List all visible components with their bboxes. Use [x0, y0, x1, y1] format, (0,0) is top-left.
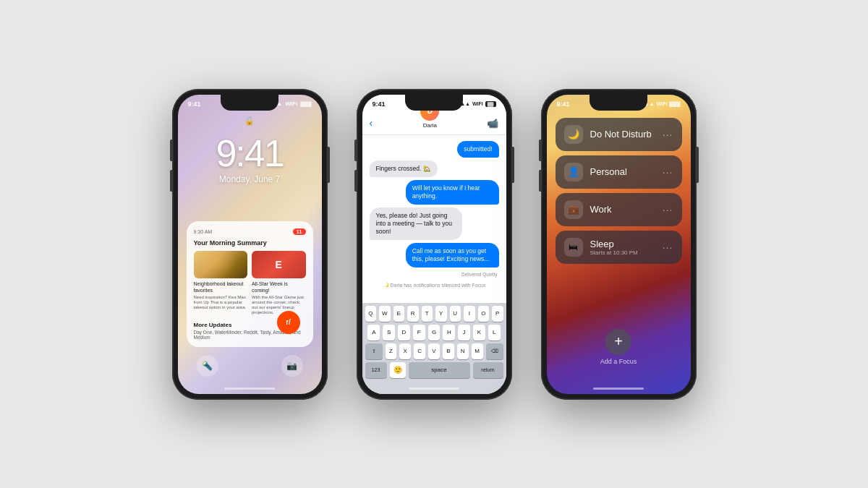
focus-item-dnd[interactable]: 🌙 Do Not Disturb ···: [556, 118, 682, 151]
keyboard-row-2: A S D F G H J K L: [362, 322, 506, 341]
reddit-icon: r/: [277, 311, 300, 334]
key-d[interactable]: D: [398, 325, 410, 341]
focus-sleep-label: Sleep: [590, 239, 655, 249]
focus-personal-label: Personal: [590, 166, 655, 177]
notif-title: Your Morning Summary: [194, 239, 306, 247]
focus-panel: 🌙 Do Not Disturb ··· 👤 Personal ··· 💼 Wo…: [556, 118, 682, 264]
focus-personal-more[interactable]: ···: [663, 166, 673, 178]
home-indicator[interactable]: [409, 388, 459, 390]
keyboard-row-3: ⇧ Z X C V B N M ⌫: [362, 341, 506, 359]
vol-down-button[interactable]: [354, 170, 357, 192]
briefcase-icon: 💼: [564, 200, 583, 219]
key-l[interactable]: L: [488, 325, 501, 341]
moon-icon: 🌙: [564, 125, 583, 144]
focus-work-more[interactable]: ···: [663, 204, 673, 215]
battery-icon: ▓▓▓: [300, 101, 311, 106]
add-icon: +: [605, 329, 631, 355]
bubble-sent-1: submitted!: [457, 141, 498, 158]
lock-screen-bg: 9:41 ▲▲▲ WiFi ▓▓▓ 🔓 9:41 Monday, June 7 …: [178, 95, 322, 394]
key-b[interactable]: B: [443, 343, 454, 359]
vol-up-button[interactable]: [170, 140, 172, 161]
keyboard: Q W E R T Y U I O P A S D F G H: [362, 303, 506, 394]
notification-card[interactable]: 9:30 AM 11 Your Morning Summary Neighbor…: [187, 221, 313, 347]
focus-item-sleep[interactable]: 🛏 Sleep Starts at 10:30 PM ···: [556, 231, 682, 264]
focus-screen: 9:41 ▲▲▲ WiFi ▓▓▓ 🌙 Do Not Disturb ··· 👤: [547, 95, 691, 394]
focus-item-personal[interactable]: 👤 Personal ···: [556, 155, 682, 189]
keyboard-row-1: Q W E R T Y U I O P: [362, 303, 506, 322]
status-time: 9:41: [373, 100, 386, 108]
key-x[interactable]: X: [399, 343, 411, 359]
key-t[interactable]: T: [422, 306, 433, 322]
video-call-button[interactable]: 📹: [487, 118, 498, 129]
home-indicator[interactable]: [224, 388, 275, 390]
home-indicator[interactable]: [593, 388, 644, 390]
phone-1: 9:41 ▲▲▲ WiFi ▓▓▓ 🔓 9:41 Monday, June 7 …: [172, 89, 328, 400]
key-q[interactable]: Q: [365, 306, 377, 322]
key-r[interactable]: R: [407, 306, 419, 322]
flashlight-button[interactable]: 🔦: [197, 355, 218, 377]
side-button[interactable]: [512, 147, 514, 183]
notif-badge: 11: [293, 228, 306, 235]
wifi-icon: WiFi: [285, 100, 297, 107]
key-c[interactable]: C: [414, 343, 425, 359]
focus-work-label: Work: [590, 204, 655, 215]
lock-time-display: 9:41 Monday, June 7: [178, 134, 322, 184]
focus-item-work[interactable]: 💼 Work ···: [556, 193, 682, 226]
keyboard-bottom-row: 123 🙂 space return: [362, 359, 506, 378]
key-o[interactable]: O: [478, 306, 490, 322]
battery-icon: ▓▓: [485, 101, 496, 107]
vol-down-button[interactable]: [539, 170, 541, 192]
key-f[interactable]: F: [413, 325, 425, 341]
article-2: E All-Star Week is coming! With the All-…: [252, 251, 306, 316]
focus-sleep-more[interactable]: ···: [663, 241, 673, 253]
key-h[interactable]: H: [443, 325, 455, 341]
focus-sleep-content: Sleep Starts at 10:30 PM: [590, 239, 655, 256]
key-j[interactable]: J: [458, 325, 470, 341]
num-key[interactable]: 123: [365, 362, 387, 378]
key-k[interactable]: K: [473, 325, 485, 341]
key-z[interactable]: Z: [386, 343, 397, 359]
vol-up-button[interactable]: [539, 140, 541, 161]
return-key[interactable]: return: [473, 362, 503, 378]
key-n[interactable]: N: [457, 343, 469, 359]
phone-3: 9:41 ▲▲▲ WiFi ▓▓▓ 🌙 Do Not Disturb ··· 👤: [541, 89, 697, 400]
key-w[interactable]: W: [379, 306, 391, 322]
article-2-text: With the All-Star Game just around the c…: [252, 295, 306, 316]
side-button[interactable]: [697, 147, 699, 183]
key-m[interactable]: M: [472, 343, 483, 359]
vol-up-button[interactable]: [354, 140, 357, 161]
article-2-image: E: [252, 251, 306, 278]
bubble-sent-3: Call me as soon as you get this, please!…: [406, 243, 499, 267]
key-g[interactable]: G: [428, 325, 441, 341]
article-2-title: All-Star Week is coming!: [252, 281, 306, 294]
lock-icon: 🔓: [178, 116, 322, 126]
focus-dnd-more[interactable]: ···: [663, 129, 673, 140]
back-button[interactable]: ‹: [370, 117, 373, 129]
focus-notice: 🌙 Darla has notifications silenced with …: [370, 283, 499, 287]
vol-down-button[interactable]: [170, 170, 172, 192]
phone-2: 9:41 ▲▲▲ WiFi ▓▓ ‹ D Darla 📹 submitted! …: [357, 89, 512, 400]
status-time: 9:41: [557, 100, 570, 108]
shift-key[interactable]: ⇧: [365, 343, 383, 359]
key-a[interactable]: A: [367, 325, 380, 341]
add-focus-button[interactable]: + Add a Focus: [600, 329, 637, 365]
camera-button[interactable]: 📷: [281, 355, 303, 377]
key-u[interactable]: U: [450, 306, 461, 322]
key-s[interactable]: S: [383, 325, 395, 341]
article-1-text: Need inspiration? Kea Mao from Up Thai i…: [194, 295, 248, 311]
side-button[interactable]: [328, 147, 330, 183]
key-e[interactable]: E: [393, 306, 405, 322]
emoji-key[interactable]: 🙂: [390, 362, 406, 378]
lock-bottom-actions: 🔦 📷: [178, 355, 322, 377]
key-y[interactable]: Y: [435, 306, 447, 322]
space-key[interactable]: space: [409, 362, 470, 378]
message-thread: submitted! Fingers crossed. 🏡 Will let y…: [362, 135, 506, 287]
key-v[interactable]: V: [428, 343, 440, 359]
delivered-status: Delivered Quietly: [370, 272, 498, 277]
delete-key[interactable]: ⌫: [486, 343, 503, 359]
article-1-image: [194, 251, 248, 278]
key-i[interactable]: I: [464, 306, 475, 322]
key-p[interactable]: P: [492, 306, 503, 322]
status-time: 9:41: [188, 100, 201, 108]
notch: [590, 95, 647, 111]
